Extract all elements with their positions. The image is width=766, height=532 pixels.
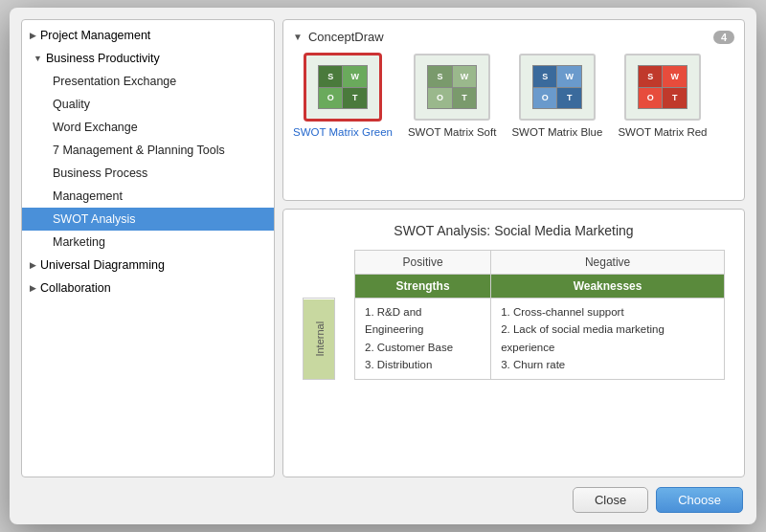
sidebar-item-management-planning[interactable]: 7 Management & Planning Tools — [22, 139, 274, 162]
swot-s: S — [533, 66, 557, 87]
template-item-swot-soft[interactable]: S W O T SWOT Matrix Soft — [408, 54, 496, 138]
templates-header: ▼ ConceptDraw 4 — [293, 30, 734, 44]
collapse-icon: ▶ — [30, 29, 36, 42]
collapse-icon: ▶ — [30, 281, 36, 295]
swot-s: S — [428, 66, 452, 87]
corner-cell3 — [304, 275, 335, 299]
corner-cell5 — [335, 299, 355, 380]
expand-icon: ▼ — [293, 32, 303, 42]
negative-header: Negative — [491, 251, 725, 275]
swot-o: O — [428, 88, 452, 109]
template-label-blue: SWOT Matrix Blue — [511, 126, 602, 138]
sidebar-item-project-management[interactable]: ▶ Project Management — [22, 24, 274, 47]
template-item-swot-red[interactable]: S W O T SWOT Matrix Red — [618, 54, 707, 138]
choose-button[interactable]: Choose — [656, 487, 743, 513]
corner-cell4 — [335, 275, 355, 299]
swot-t: T — [343, 88, 367, 109]
sidebar-item-management[interactable]: Management — [22, 185, 274, 208]
swot-preview-table: Positive Negative Strengths Weaknesses — [303, 250, 725, 380]
dialog: ▶ Project Management ▼ Business Producti… — [10, 8, 756, 524]
weaknesses-header: Weaknesses — [491, 275, 725, 299]
templates-panel: ▼ ConceptDraw 4 S W O T — [282, 19, 745, 201]
strengths-header: Strengths — [355, 275, 491, 299]
preview-content: SWOT Analysis: Social Media Marketing Po… — [283, 210, 744, 477]
weaknesses-data: 1. Cross-channel support 2. Lack of soci… — [491, 299, 725, 380]
expand-icon: ▼ — [34, 52, 42, 65]
corner-cell — [304, 251, 335, 275]
sidebar-label: Universal Diagramming — [40, 255, 165, 275]
sidebar-item-business-productivity[interactable]: ▼ Business Productivity — [22, 47, 274, 70]
template-label-red: SWOT Matrix Red — [618, 126, 707, 138]
right-panel: ▼ ConceptDraw 4 S W O T — [282, 19, 745, 477]
swot-t: T — [453, 88, 477, 109]
internal-row-label: Internal — [304, 299, 335, 380]
sidebar-label: Business Productivity — [46, 49, 160, 68]
strength-2: 2. Customer Base — [365, 342, 453, 353]
sidebar-item-swot-analysis[interactable]: SWOT Analysis — [22, 208, 274, 231]
swot-t: T — [663, 88, 687, 109]
dialog-body: ▶ Project Management ▼ Business Producti… — [10, 8, 756, 477]
template-item-swot-blue[interactable]: S W O T SWOT Matrix Blue — [511, 54, 602, 138]
swot-w: W — [663, 66, 687, 87]
swot-t: T — [557, 88, 581, 109]
strengths-data: 1. R&D and Engineering 2. Customer Base … — [355, 299, 491, 380]
template-label-soft: SWOT Matrix Soft — [408, 126, 496, 138]
swot-w: W — [343, 66, 367, 87]
swot-o: O — [639, 88, 663, 109]
dialog-footer: Close Choose — [10, 477, 756, 524]
close-button[interactable]: Close — [573, 487, 648, 513]
sidebar-item-business-process[interactable]: Business Process — [22, 162, 274, 185]
preview-panel: SWOT Analysis: Social Media Marketing Po… — [282, 209, 745, 477]
swot-s: S — [319, 66, 343, 87]
weakness-1: 1. Cross-channel support — [501, 306, 623, 318]
templates-source-label: ConceptDraw — [308, 30, 384, 44]
sidebar-item-word-exchange[interactable]: Word Exchange — [22, 116, 274, 139]
template-thumb-blue[interactable]: S W O T — [519, 54, 596, 121]
template-label-green: SWOT Matrix Green — [293, 126, 393, 138]
positive-header: Positive — [355, 251, 491, 275]
swot-s: S — [639, 66, 663, 87]
templates-count-badge: 4 — [713, 31, 734, 44]
sidebar-item-marketing[interactable]: Marketing — [22, 231, 274, 254]
swot-o: O — [319, 88, 343, 109]
strength-1: 1. R&D and Engineering — [365, 306, 423, 335]
template-thumb-soft[interactable]: S W O T — [414, 54, 490, 121]
weakness-2: 2. Lack of social media marketing experi… — [501, 323, 665, 352]
collapse-icon: ▶ — [30, 258, 36, 272]
preview-title: SWOT Analysis: Social Media Marketing — [303, 223, 725, 238]
templates-title-row: ▼ ConceptDraw — [293, 30, 384, 44]
templates-grid: S W O T SWOT Matrix Green S — [293, 54, 734, 138]
sidebar-item-collaboration[interactable]: ▶ Collaboration — [22, 277, 274, 299]
sidebar-item-universal-diagramming[interactable]: ▶ Universal Diagramming — [22, 254, 274, 277]
corner-cell2 — [335, 251, 355, 275]
sidebar: ▶ Project Management ▼ Business Producti… — [21, 19, 275, 477]
swot-w: W — [453, 66, 477, 87]
template-item-swot-green[interactable]: S W O T SWOT Matrix Green — [293, 54, 393, 138]
sidebar-item-quality[interactable]: Quality — [22, 93, 274, 116]
sidebar-item-presentation-exchange[interactable]: Presentation Exchange — [22, 70, 274, 93]
swot-w: W — [557, 66, 581, 87]
template-thumb-red[interactable]: S W O T — [624, 54, 701, 121]
strength-3: 3. Distribution — [365, 359, 432, 370]
sidebar-label: Collaboration — [40, 278, 111, 298]
template-thumb-green[interactable]: S W O T — [304, 54, 381, 121]
weakness-3: 3. Churn rate — [501, 359, 565, 370]
swot-o: O — [533, 88, 557, 109]
sidebar-label: Project Management — [40, 26, 150, 45]
